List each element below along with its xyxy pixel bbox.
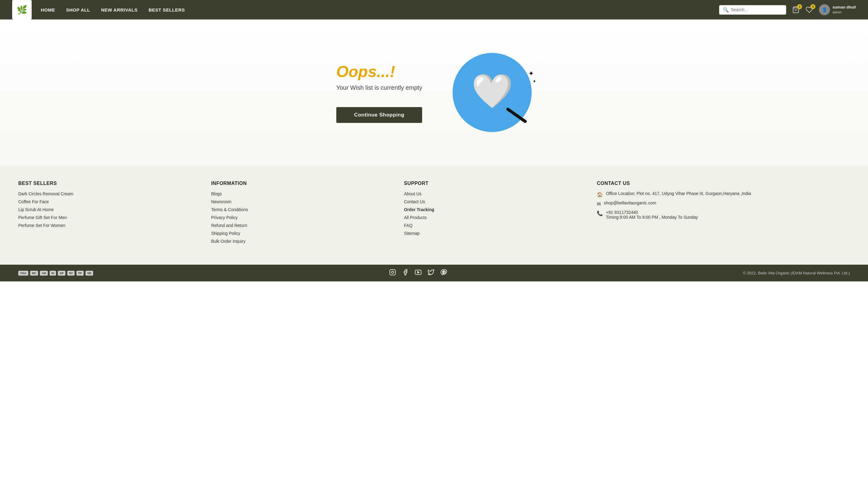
twitter-icon[interactable]	[428, 269, 434, 277]
info-link-5[interactable]: Refund and Return	[211, 223, 247, 228]
heart-icon: 🤍	[471, 74, 513, 108]
email-icon: ✉	[597, 201, 601, 207]
main-content: Oops...! Your Wish list is currently emp…	[0, 20, 868, 165]
payment-logos: VISA MC AM IN GP RZ PP NB	[18, 271, 93, 276]
nav-home[interactable]: HOME	[41, 7, 55, 12]
list-item: Order Tracking	[404, 207, 585, 212]
support-link-6[interactable]: Sitemap	[404, 231, 420, 236]
best-seller-link-5[interactable]: Perfume Set For Women	[18, 223, 65, 228]
info-link-3[interactable]: Terms & Conditions	[211, 207, 248, 212]
list-item: Lip Scrub At Home	[18, 207, 199, 212]
support-link-3[interactable]: Order Tracking	[404, 207, 434, 212]
oops-title: Oops...!	[336, 62, 423, 81]
pinterest-icon[interactable]	[440, 269, 447, 277]
list-item: Sitemap	[404, 231, 585, 236]
contact-phone-row: 📞 +91 9311732440 Timing:9:00 AM To 9:00 …	[597, 210, 850, 220]
contact-office-row: 🏠 Office Location: Plot no. 417, Udyog V…	[597, 191, 850, 197]
empty-subtitle: Your Wish list is currently empty	[336, 84, 423, 91]
contact-timing: Timing:9:00 AM To 9:00 PM , Monday To Su…	[606, 215, 698, 220]
payment-logo-mc: MC	[30, 271, 38, 276]
best-seller-link-2[interactable]: Coffee For Face	[18, 199, 49, 204]
best-sellers-list: Dark Circles Removal Cream Coffee For Fa…	[18, 191, 199, 228]
list-item: Terms & Conditions	[211, 207, 392, 212]
svg-rect-1	[390, 269, 395, 275]
footer-col-information: INFORMATION Blogs Newsroom Terms & Condi…	[211, 181, 392, 246]
logo[interactable]: 🌿	[12, 0, 32, 20]
header-right: 🔍 0 0 👤 suman dhull admin	[719, 4, 856, 15]
information-list: Blogs Newsroom Terms & Conditions Privac…	[211, 191, 392, 244]
info-link-6[interactable]: Shipping Policy	[211, 231, 241, 236]
best-seller-link-1[interactable]: Dark Circles Removal Cream	[18, 191, 73, 196]
user-info: suman dhull admin	[832, 5, 856, 14]
list-item: FAQ	[404, 223, 585, 228]
footer-col-contact: CONTACT US 🏠 Office Location: Plot no. 4…	[597, 181, 850, 246]
list-item: All Products	[404, 215, 585, 220]
cart-badge: 0	[797, 4, 802, 9]
continue-shopping-button[interactable]: Continue Shopping	[336, 107, 423, 123]
wishlist-badge: 0	[810, 4, 815, 9]
wishlist-button[interactable]: 0	[806, 6, 813, 13]
search-icon: 🔍	[723, 7, 729, 13]
youtube-icon[interactable]	[415, 269, 422, 277]
info-link-2[interactable]: Newsroom	[211, 199, 231, 204]
support-list: About Us Contact Us Order Tracking All P…	[404, 191, 585, 236]
payment-logo-in: IN	[50, 271, 56, 276]
main-nav: HOME SHOP ALL NEW ARRIVALS BEST SELLERS	[41, 7, 719, 12]
phone-icon: 📞	[597, 211, 603, 216]
support-link-5[interactable]: FAQ	[404, 223, 412, 228]
footer-grid: BEST SELLERS Dark Circles Removal Cream …	[18, 181, 850, 246]
info-link-1[interactable]: Blogs	[211, 191, 222, 196]
social-icons	[389, 269, 447, 277]
best-seller-link-4[interactable]: Perfume Gift Set For Men	[18, 215, 67, 220]
list-item: Newsroom	[211, 199, 392, 204]
instagram-icon[interactable]	[389, 269, 396, 277]
footer: BEST SELLERS Dark Circles Removal Cream …	[0, 165, 868, 265]
best-sellers-title: BEST SELLERS	[18, 181, 199, 186]
header: 🌿 HOME SHOP ALL NEW ARRIVALS BEST SELLER…	[0, 0, 868, 20]
contact-office: Office Location: Plot no. 417, Udyog Vih…	[606, 191, 751, 196]
heart-circle: 🤍 ✦ ✦ ·	[453, 53, 532, 132]
list-item: Coffee For Face	[18, 199, 199, 204]
support-link-1[interactable]: About Us	[404, 191, 422, 196]
list-item: Perfume Gift Set For Men	[18, 215, 199, 220]
support-link-4[interactable]: All Products	[404, 215, 427, 220]
user-role: admin	[832, 10, 856, 14]
list-item: About Us	[404, 191, 585, 196]
contact-email-row: ✉ shop@bellavitaorganic.com	[597, 200, 850, 207]
list-item: Perfume Set For Women	[18, 223, 199, 228]
nav-new-arrivals[interactable]: NEW ARRIVALS	[101, 7, 137, 12]
payment-logo-amex: AM	[40, 271, 48, 276]
support-title: SUPPORT	[404, 181, 585, 186]
best-seller-link-3[interactable]: Lip Scrub At Home	[18, 207, 54, 212]
user-menu[interactable]: 👤 suman dhull admin	[819, 4, 856, 15]
cart-button[interactable]: 0	[792, 6, 800, 13]
payment-logo-nb: NB	[86, 271, 93, 276]
search-wrap[interactable]: 🔍	[719, 5, 786, 14]
payment-logo-visa: VISA	[18, 271, 28, 276]
office-icon: 🏠	[597, 192, 603, 197]
info-link-4[interactable]: Privacy Policy	[211, 215, 238, 220]
contact-email: shop@bellavitaorganic.com	[604, 200, 656, 205]
facebook-icon[interactable]	[402, 269, 409, 277]
empty-text-side: Oops...! Your Wish list is currently emp…	[336, 62, 423, 123]
nav-best-sellers[interactable]: BEST SELLERS	[149, 7, 185, 12]
list-item: Privacy Policy	[211, 215, 392, 220]
search-input[interactable]	[731, 7, 782, 12]
user-name: suman dhull	[832, 5, 856, 10]
support-link-2[interactable]: Contact Us	[404, 199, 425, 204]
list-item: Shipping Policy	[211, 231, 392, 236]
payment-logo-gp: GP	[58, 271, 65, 276]
list-item: Dark Circles Removal Cream	[18, 191, 199, 196]
list-item: Bulk Order Inquiry	[211, 238, 392, 244]
heart-illustration: 🤍 ✦ ✦ ·	[453, 53, 532, 132]
list-item: Blogs	[211, 191, 392, 196]
nav-shop-all[interactable]: SHOP ALL	[66, 7, 90, 12]
info-link-7[interactable]: Bulk Order Inquiry	[211, 239, 246, 244]
wishlist-empty: Oops...! Your Wish list is currently emp…	[336, 53, 532, 132]
avatar: 👤	[819, 4, 830, 15]
footer-col-support: SUPPORT About Us Contact Us Order Tracki…	[404, 181, 585, 246]
contact-phone: +91 9311732440	[606, 210, 698, 215]
svg-marker-3	[417, 272, 419, 273]
footer-col-best-sellers: BEST SELLERS Dark Circles Removal Cream …	[18, 181, 199, 246]
list-item: Refund and Return	[211, 223, 392, 228]
